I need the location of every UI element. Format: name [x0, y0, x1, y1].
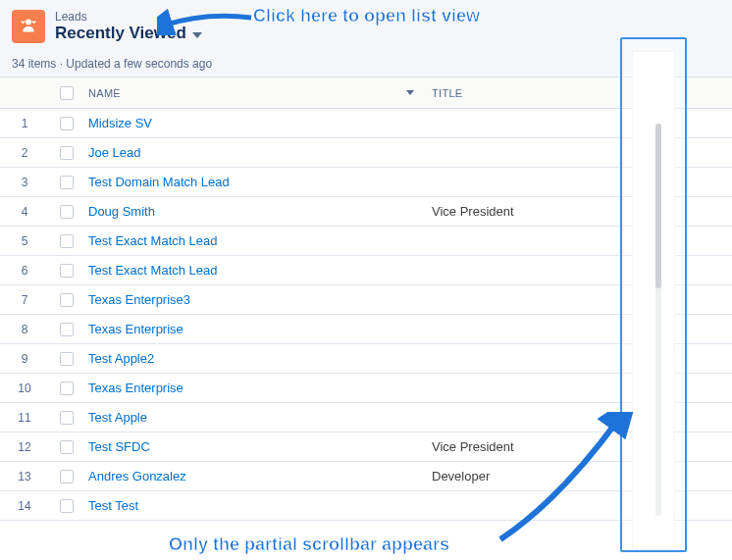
table-row: 1Midsize SV	[0, 109, 732, 138]
table-row: 3Test Domain Match Lead	[0, 168, 732, 197]
lead-name-link[interactable]: Test Apple2	[88, 351, 154, 366]
lead-name-link[interactable]: Test Domain Match Lead	[88, 175, 230, 189]
row-number: 14	[0, 499, 49, 513]
row-number: 12	[0, 440, 49, 454]
svg-point-0	[26, 19, 31, 25]
row-number: 6	[0, 264, 49, 278]
table-row: 8Texas Enterprise	[0, 315, 732, 344]
column-title[interactable]: TITLE	[428, 87, 732, 99]
row-checkbox[interactable]	[60, 352, 74, 366]
table-row: 4Doug SmithVice President	[0, 197, 732, 227]
table-row: 5Test Exact Match Lead	[0, 227, 732, 256]
table-row: 7Texas Enterprise3	[0, 285, 732, 315]
lead-name-link[interactable]: Joe Lead	[88, 145, 141, 160]
annotation-bottom: Only the partial scrollbar appears	[169, 535, 449, 555]
row-number: 5	[0, 234, 49, 248]
column-title-label: TITLE	[432, 87, 462, 99]
lead-name-link[interactable]: Test SFDC	[88, 439, 150, 454]
scrollbar-panel	[632, 51, 675, 549]
table-row: 11Test Apple	[0, 403, 732, 433]
list-view-selector[interactable]: Recently Viewed	[55, 24, 202, 43]
row-number: 13	[0, 470, 49, 484]
row-checkbox[interactable]	[60, 499, 74, 513]
lead-name-link[interactable]: Andres Gonzalez	[88, 469, 186, 484]
row-number: 9	[0, 352, 49, 366]
table-row: 6Test Exact Match Lead	[0, 256, 732, 285]
table-row: 14Test Test	[0, 491, 732, 521]
lead-title: Vice President	[432, 204, 514, 219]
row-checkbox[interactable]	[60, 440, 74, 454]
row-checkbox[interactable]	[60, 234, 74, 248]
row-number: 4	[0, 205, 49, 219]
row-checkbox[interactable]	[60, 117, 74, 130]
table-row: 2Joe Lead	[0, 138, 732, 168]
row-number: 8	[0, 323, 49, 336]
row-checkbox[interactable]	[60, 264, 74, 278]
lead-title: Vice President	[432, 439, 514, 454]
leads-table: NAME TITLE 1Midsize SV2Joe Lead3Test Dom…	[0, 77, 732, 521]
select-all-checkbox[interactable]	[60, 86, 74, 100]
table-header: NAME TITLE	[0, 77, 732, 109]
lead-title: Developer	[432, 469, 490, 484]
table-row: 13Andres GonzalezDeveloper	[0, 462, 732, 491]
lead-name-link[interactable]: Test Apple	[88, 410, 147, 425]
column-name-label: NAME	[88, 87, 121, 99]
row-number: 10	[0, 382, 49, 395]
lead-name-link[interactable]: Midsize SV	[88, 116, 152, 130]
lead-name-link[interactable]: Texas Enterprise3	[88, 292, 190, 307]
lead-name-link[interactable]: Test Exact Match Lead	[88, 263, 218, 278]
table-row: 9Test Apple2	[0, 344, 732, 374]
chevron-down-icon	[192, 32, 202, 38]
view-name: Recently Viewed	[55, 24, 186, 43]
row-checkbox[interactable]	[60, 323, 74, 336]
row-number: 3	[0, 176, 49, 189]
row-checkbox[interactable]	[60, 205, 74, 219]
object-label: Leads	[55, 10, 202, 24]
list-header: Leads Recently Viewed 34 items · Updated…	[0, 0, 732, 77]
scrollbar-thumb[interactable]	[655, 124, 661, 288]
scrollbar-track[interactable]	[655, 124, 661, 516]
row-checkbox[interactable]	[60, 411, 74, 425]
row-checkbox[interactable]	[60, 146, 74, 160]
row-number: 11	[0, 411, 49, 425]
status-line: 34 items · Updated a few seconds ago	[12, 57, 720, 71]
lead-name-link[interactable]: Test Exact Match Lead	[88, 233, 218, 248]
table-row: 12Test SFDCVice President	[0, 433, 732, 462]
row-checkbox[interactable]	[60, 293, 74, 307]
lead-name-link[interactable]: Doug Smith	[88, 204, 155, 219]
lead-name-link[interactable]: Texas Enterprise	[88, 322, 183, 336]
column-name[interactable]: NAME	[84, 87, 428, 99]
row-number: 7	[0, 293, 49, 307]
row-checkbox[interactable]	[60, 382, 74, 395]
row-checkbox[interactable]	[60, 176, 74, 189]
sort-caret-icon	[406, 90, 414, 95]
lead-name-link[interactable]: Test Test	[88, 498, 138, 513]
row-number: 1	[0, 117, 49, 130]
table-row: 10Texas Enterprise	[0, 374, 732, 403]
leads-icon	[12, 10, 45, 43]
row-checkbox[interactable]	[60, 470, 74, 484]
lead-name-link[interactable]: Texas Enterprise	[88, 381, 183, 395]
row-number: 2	[0, 146, 49, 160]
